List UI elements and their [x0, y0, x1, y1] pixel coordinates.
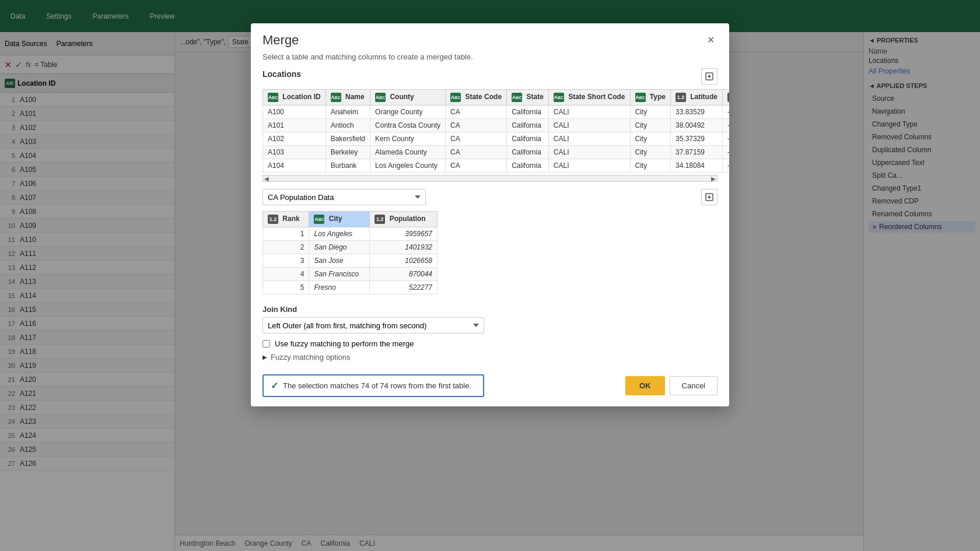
modal-title: Merge	[262, 33, 299, 48]
second-table-expand-button[interactable]	[701, 189, 718, 205]
table-row: 5 Fresno 522277	[263, 281, 438, 294]
match-checkmark-icon: ✓	[271, 380, 278, 391]
cancel-button[interactable]: Cancel	[670, 376, 718, 395]
table-row: A104 Burbank Los Angeles County CA Calif…	[263, 159, 730, 173]
modal-header: Merge ✕	[251, 23, 729, 48]
table-row: A100 Anaheim Orange County CA California…	[263, 106, 730, 119]
col-header-state-code[interactable]: ABC State Code	[446, 90, 507, 106]
first-table-header: Locations	[262, 68, 718, 85]
second-table-select[interactable]: CA Population Data	[262, 189, 426, 205]
table-row: A102 Bakersfield Kern County CA Californ…	[263, 132, 730, 146]
scroll-right-icon[interactable]: ▶	[711, 176, 716, 182]
scroll-left-icon[interactable]: ◀	[264, 176, 269, 182]
col-header-name[interactable]: ABC Name	[326, 90, 370, 106]
selection-match-text: The selection matches 74 of 74 rows from…	[283, 381, 471, 390]
col-header-state-short-code[interactable]: ABC State Short Code	[548, 90, 630, 106]
col-header-rank[interactable]: 1.2 Rank	[263, 212, 309, 227]
table-row: A101 Antioch Contra Costa County CA Cali…	[263, 119, 730, 132]
table-row: 3 San Jose 1026658	[263, 254, 438, 268]
col-header-longitude[interactable]: 1.2 Long	[722, 90, 729, 106]
table-row: A103 Berkeley Alameda County CA Californ…	[263, 146, 730, 159]
table-row: 2 San Diego 1401932	[263, 241, 438, 254]
first-table: ABC Location ID ABC Name ABC County AB	[262, 89, 729, 173]
col-header-county[interactable]: ABC County	[370, 90, 446, 106]
fuzzy-matching-checkbox[interactable]	[262, 340, 270, 348]
second-table: 1.2 Rank ABC City 1.2 Population	[262, 211, 438, 294]
second-table-dropdown-row: CA Population Data	[262, 189, 718, 205]
modal-subtitle: Select a table and matching columns to c…	[251, 48, 729, 68]
first-table-expand-button[interactable]	[701, 68, 718, 85]
join-kind-select[interactable]: Left Outer (all from first, matching fro…	[262, 317, 484, 334]
ok-button[interactable]: OK	[625, 376, 665, 395]
first-table-scrollbar[interactable]: ◀ ▶	[262, 175, 718, 182]
fuzzy-options-expand[interactable]: ▶ Fuzzy matching options	[262, 353, 718, 362]
col-header-type[interactable]: ABC Type	[630, 90, 670, 106]
modal-status-bar: ✓ The selection matches 74 of 74 rows fr…	[251, 368, 729, 406]
spacer	[262, 297, 718, 305]
selection-match-box: ✓ The selection matches 74 of 74 rows fr…	[262, 374, 484, 397]
chevron-right-icon: ▶	[262, 354, 267, 360]
table-row: 4 San Francisco 870044	[263, 268, 438, 281]
merge-modal: Merge ✕ Select a table and matching colu…	[251, 23, 729, 406]
first-table-label: Locations	[262, 69, 301, 79]
col-header-population[interactable]: 1.2 Population	[370, 212, 438, 227]
modal-close-button[interactable]: ✕	[704, 33, 718, 47]
modal-overlay: Merge ✕ Select a table and matching colu…	[0, 0, 980, 551]
modal-body: Locations ABC Location ID ABC Name	[251, 68, 729, 368]
col-header-latitude[interactable]: 1.2 Latitude	[670, 90, 722, 106]
join-kind-label: Join Kind	[262, 305, 718, 314]
fuzzy-matching-label[interactable]: Use fuzzy matching to perform the merge	[275, 339, 414, 348]
fuzzy-options-label: Fuzzy matching options	[271, 353, 351, 362]
col-header-location-id[interactable]: ABC Location ID	[263, 90, 326, 106]
fuzzy-matching-row: Use fuzzy matching to perform the merge	[262, 339, 718, 348]
col-header-city[interactable]: ABC City	[309, 212, 370, 227]
col-header-state[interactable]: ABC State	[507, 90, 549, 106]
modal-actions: OK Cancel	[625, 376, 718, 395]
table-row: 1 Los Angeles 3959657	[263, 227, 438, 241]
